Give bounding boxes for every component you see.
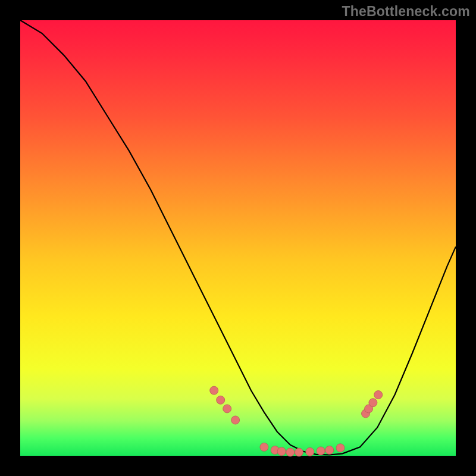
curve-svg — [20, 20, 456, 456]
highlight-dot — [210, 386, 218, 394]
bottleneck-curve — [20, 20, 456, 455]
highlight-dot — [306, 447, 314, 456]
highlight-dot — [260, 443, 268, 451]
highlight-dot — [317, 447, 325, 455]
highlight-dot — [223, 405, 231, 413]
highlight-dot — [369, 399, 377, 407]
highlight-dot — [336, 444, 345, 452]
highlight-dot — [286, 448, 295, 456]
highlighted-dots — [210, 386, 383, 456]
highlight-dot — [325, 446, 334, 455]
highlight-dot — [277, 447, 286, 456]
plot-area — [20, 20, 456, 456]
highlight-dot — [374, 391, 383, 399]
chart-frame: TheBottleneck.com — [0, 0, 476, 476]
highlight-dot — [295, 448, 303, 456]
highlight-dot — [217, 396, 225, 404]
highlight-dot — [231, 416, 240, 424]
watermark-label: TheBottleneck.com — [342, 4, 470, 20]
